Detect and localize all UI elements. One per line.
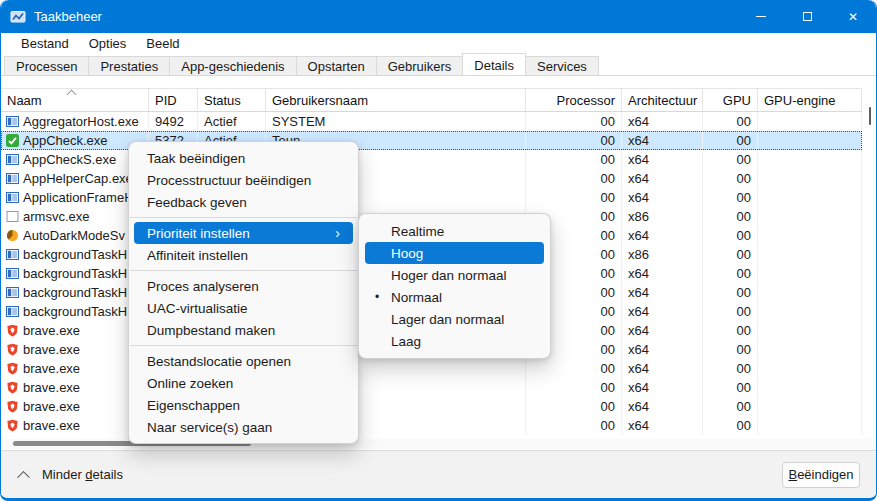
brave-shield-icon bbox=[6, 362, 19, 375]
context-menu-item-proces-analyseren[interactable]: Proces analyseren bbox=[134, 275, 353, 297]
context-menu-item-dumpbestand-maken[interactable]: Dumpbestand maken bbox=[134, 319, 353, 341]
column-header-gpu-engine[interactable]: GPU-engine bbox=[758, 89, 862, 111]
menu-item-label: Bestandslocatie openen bbox=[147, 354, 291, 369]
context-menu-item-eigenschappen[interactable]: Eigenschappen bbox=[134, 394, 353, 416]
minder-details-toggle[interactable]: Minder details bbox=[42, 467, 123, 482]
menu-item-label: Eigenschappen bbox=[147, 398, 240, 413]
vertical-scrollbar[interactable] bbox=[862, 89, 876, 436]
priority-item-normaal[interactable]: •Normaal bbox=[365, 286, 544, 308]
column-header-processor[interactable]: Processor bbox=[526, 89, 622, 111]
context-menu-item-feedback-geven[interactable]: Feedback geven bbox=[134, 191, 353, 213]
taakbeheer-window: Taakbeheer ✕ BestandOptiesBeeld Processe… bbox=[0, 0, 877, 501]
tab-gebruikers[interactable]: Gebruikers bbox=[376, 56, 464, 75]
menubar-item-opties[interactable]: Opties bbox=[79, 34, 137, 53]
context-menu-item-prioriteit-instellen[interactable]: Prioriteit instellen› bbox=[134, 222, 353, 244]
column-header-status[interactable]: Status bbox=[198, 89, 266, 111]
window-title: Taakbeheer bbox=[34, 9, 102, 24]
chevron-up-icon bbox=[17, 471, 30, 484]
cell-gpu: 00 bbox=[703, 378, 758, 397]
cell-arch: x64 bbox=[622, 397, 703, 416]
cell-name: ApplicationFrameH bbox=[1, 188, 149, 207]
priority-item-lager-dan-normaal[interactable]: Lager dan normaal bbox=[365, 308, 544, 330]
cell-name: backgroundTaskH bbox=[1, 302, 149, 321]
cell-gpu: 00 bbox=[703, 359, 758, 378]
context-menu-item-bestandslocatie-openen[interactable]: Bestandslocatie openen bbox=[134, 350, 353, 372]
cell-gpu: 00 bbox=[703, 397, 758, 416]
cell-arch: x86 bbox=[622, 245, 703, 264]
menubar-item-bestand[interactable]: Bestand bbox=[11, 34, 79, 53]
column-header-gpu[interactable]: GPU bbox=[703, 89, 758, 111]
process-name: AutoDarkModeSv bbox=[23, 228, 125, 243]
tab-processen[interactable]: Processen bbox=[4, 56, 89, 75]
cell-arch: x64 bbox=[622, 226, 703, 245]
menu-item-label: Normaal bbox=[391, 290, 442, 305]
context-menu-item-processtructuur-be-indigen[interactable]: Processtructuur beëindigen bbox=[134, 169, 353, 191]
brave-shield-icon bbox=[6, 419, 19, 432]
cell-gpu_engine bbox=[758, 131, 862, 150]
cell-name: AppHelperCap.exe bbox=[1, 169, 149, 188]
cell-gpu: 00 bbox=[703, 283, 758, 302]
cell-gpu: 00 bbox=[703, 169, 758, 188]
context-menu-item-online-zoeken[interactable]: Online zoeken bbox=[134, 372, 353, 394]
context-menu-item-taak-be-indigen[interactable]: Taak beëindigen bbox=[134, 147, 353, 169]
cell-gpu: 00 bbox=[703, 226, 758, 245]
cell-name: AggregatorHost.exe bbox=[1, 112, 149, 131]
priority-item-hoger-dan-normaal[interactable]: Hoger dan normaal bbox=[365, 264, 544, 286]
process-name: AggregatorHost.exe bbox=[23, 114, 139, 129]
priority-item-laag[interactable]: Laag bbox=[365, 330, 544, 352]
process-name: brave.exe bbox=[23, 342, 80, 357]
cell-gpu: 00 bbox=[703, 340, 758, 359]
column-header-architectuur[interactable]: Architectuur bbox=[622, 89, 703, 111]
context-menu-item-naar-service-s-gaan[interactable]: Naar service(s) gaan bbox=[134, 416, 353, 438]
cell-name: AppCheckS.exe bbox=[1, 150, 149, 169]
cell-gpu_engine bbox=[758, 226, 862, 245]
context-menu-item-uac-virtualisatie[interactable]: UAC-virtualisatie bbox=[134, 297, 353, 319]
tab-app-geschiedenis[interactable]: App-geschiedenis bbox=[169, 56, 296, 75]
menu-item-label: Lager dan normaal bbox=[391, 312, 504, 327]
titlebar[interactable]: Taakbeheer ✕ bbox=[1, 0, 876, 33]
menu-item-label: Hoog bbox=[391, 246, 423, 261]
check-icon bbox=[6, 134, 19, 147]
tab-prestaties[interactable]: Prestaties bbox=[88, 56, 170, 75]
brave-shield-icon bbox=[6, 381, 19, 394]
minimize-button[interactable] bbox=[738, 0, 784, 33]
priority-item-hoog[interactable]: Hoog bbox=[365, 242, 544, 264]
process-name: ApplicationFrameH bbox=[23, 190, 134, 205]
menubar-item-beeld[interactable]: Beeld bbox=[136, 34, 189, 53]
cell-gpu_engine bbox=[758, 207, 862, 226]
cell-gpu_engine bbox=[758, 245, 862, 264]
context-menu-item-affiniteit-instellen[interactable]: Affiniteit instellen bbox=[134, 244, 353, 266]
tab-opstarten[interactable]: Opstarten bbox=[296, 56, 377, 75]
cell-gpu: 00 bbox=[703, 112, 758, 131]
maximize-button[interactable] bbox=[784, 0, 830, 33]
menu-item-label: Proces analyseren bbox=[147, 279, 259, 294]
tab-services[interactable]: Services bbox=[525, 56, 599, 75]
cell-gpu: 00 bbox=[703, 302, 758, 321]
cell-cpu: 00 bbox=[526, 131, 622, 150]
close-button[interactable]: ✕ bbox=[830, 0, 876, 33]
menu-item-label: Online zoeken bbox=[147, 376, 233, 391]
cell-arch: x64 bbox=[622, 169, 703, 188]
priority-item-realtime[interactable]: Realtime bbox=[365, 220, 544, 242]
end-task-button[interactable]: Beëindigen bbox=[782, 462, 860, 488]
cell-pid: 9492 bbox=[149, 112, 198, 131]
table-row[interactable]: AggregatorHost.exe9492ActiefSYSTEM00x640… bbox=[1, 112, 862, 131]
vertical-scrollbar-thumb[interactable] bbox=[869, 107, 871, 125]
cell-gpu_engine bbox=[758, 150, 862, 169]
cell-arch: x64 bbox=[622, 188, 703, 207]
cell-name: brave.exe bbox=[1, 378, 149, 397]
cell-gpu_engine bbox=[758, 264, 862, 283]
submenu-arrow-icon: › bbox=[335, 226, 340, 240]
menu-item-label: Realtime bbox=[391, 224, 444, 239]
cell-gpu_engine bbox=[758, 397, 862, 416]
cell-name: brave.exe bbox=[1, 340, 149, 359]
cell-name: backgroundTaskH bbox=[1, 245, 149, 264]
column-header-pid[interactable]: PID bbox=[149, 89, 198, 111]
footer-bar: Minder details Beëindigen bbox=[1, 450, 876, 498]
tab-details[interactable]: Details bbox=[462, 53, 526, 75]
priority-submenu: RealtimeHoogHoger dan normaal•NormaalLag… bbox=[358, 213, 551, 359]
column-header-gebruikersnaam[interactable]: Gebruikersnaam bbox=[266, 89, 526, 111]
cell-gpu: 00 bbox=[703, 416, 758, 435]
maximize-icon bbox=[803, 12, 812, 21]
process-name: armsvc.exe bbox=[23, 209, 89, 224]
